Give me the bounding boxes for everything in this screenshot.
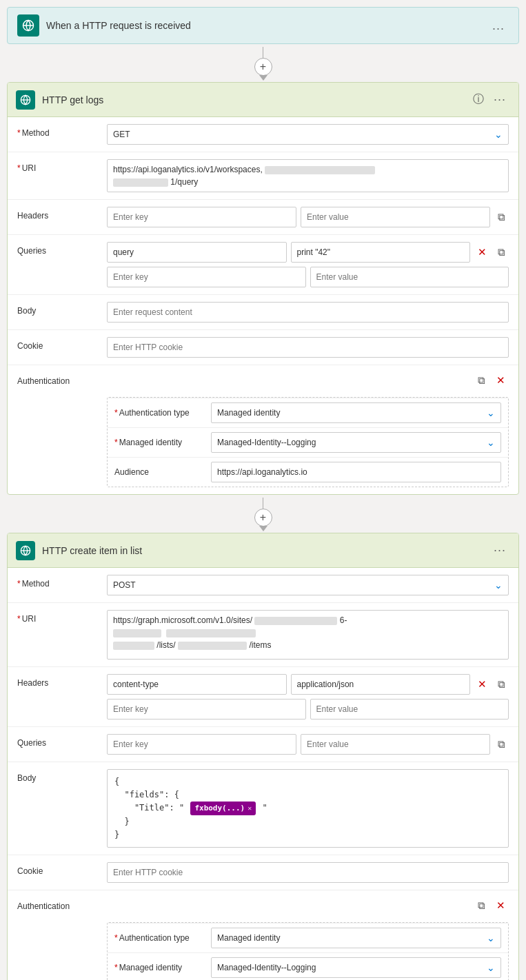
auth-copy-button-2[interactable]: ⧉ <box>474 897 489 914</box>
body-row-1: Body <box>8 295 518 330</box>
method-label-2: *Method <box>17 575 107 589</box>
headers-value1-input-2[interactable] <box>291 674 471 695</box>
query-key2-input-1[interactable] <box>107 267 306 287</box>
method-label-1: *Method <box>17 124 107 138</box>
uri-text-2d: /items <box>249 640 271 650</box>
action-ellipsis-button-2[interactable]: ··· <box>489 540 510 560</box>
action-icon-1 <box>16 90 35 110</box>
chevron-down-icon: ⌄ <box>494 129 503 140</box>
fx-close-button[interactable]: ✕ <box>247 803 252 814</box>
uri-redacted-2 <box>113 178 168 187</box>
queries-label-2: Queries <box>17 734 107 748</box>
uri-field-content-2: https://graph.microsoft.com/v1.0/sites/ … <box>107 610 509 660</box>
add-step-button-1[interactable]: + <box>254 58 272 76</box>
trigger-ellipsis-button[interactable]: ... <box>488 16 509 36</box>
auth-type-value-2: Managed identity <box>217 933 280 943</box>
query-value2-input-1[interactable] <box>310 267 509 287</box>
uri-redacted-6 <box>113 642 154 650</box>
audience-field-1 <box>211 462 501 482</box>
managed-identity-row-1: *Managed identity Managed-Identity--Logg… <box>108 427 508 457</box>
uri-row-1: *URI https://api.loganalytics.io/v1/work… <box>8 152 518 200</box>
body-line4: } <box>114 815 501 828</box>
trigger-icon <box>17 14 39 37</box>
auth-label-2: Authentication <box>17 897 107 911</box>
cookie-field-content-2 <box>107 862 509 883</box>
uri-label-1: *URI <box>17 159 107 173</box>
managed-identity-chevron-1: ⌄ <box>487 437 495 448</box>
cookie-input-1[interactable] <box>107 337 509 358</box>
auth-row-2: Authentication ⧉ ✕ *Authentication type <box>8 890 518 980</box>
managed-identity-select-1[interactable]: Managed-Identity--Logging ⌄ <box>211 432 501 453</box>
uri-text-2a: https://graph.microsoft.com/v1.0/sites/ <box>113 615 252 625</box>
headers-copy-button-1[interactable]: ⧉ <box>494 209 509 225</box>
cookie-input-2[interactable] <box>107 862 509 883</box>
cookie-row-2: Cookie <box>8 855 518 890</box>
managed-identity-value-2: Managed-Identity--Logging <box>217 963 316 972</box>
managed-identity-value-1: Managed-Identity--Logging <box>217 438 316 447</box>
managed-identity-label-1: *Managed identity <box>114 438 211 447</box>
info-button-1[interactable]: ⓘ <box>473 92 484 107</box>
method-chevron-2: ⌄ <box>494 580 503 591</box>
action-ellipsis-button-1[interactable]: ··· <box>489 90 510 110</box>
body-line5: } <box>114 828 501 841</box>
method-select-2[interactable]: POST ⌄ <box>107 575 509 595</box>
trigger-title: When a HTTP request is received <box>46 20 488 31</box>
uri-text-1: https://api.loganalytics.io/v1/workspace… <box>113 165 263 174</box>
query-value-input-1[interactable] <box>291 242 471 263</box>
query-delete-button-1[interactable]: ✕ <box>474 244 490 261</box>
queries-row-2: Queries ⧉ <box>8 727 518 762</box>
query-copy-button-1[interactable]: ⧉ <box>494 244 509 261</box>
queries-copy-button-2[interactable]: ⧉ <box>494 736 509 753</box>
connector-line-2 <box>263 498 263 509</box>
headers-key1-input-2[interactable] <box>107 674 287 695</box>
cookie-label-1: Cookie <box>17 337 107 351</box>
managed-identity-row-2: *Managed identity Managed-Identity--Logg… <box>108 952 508 980</box>
uri-input-1[interactable]: https://api.loganalytics.io/v1/workspace… <box>107 159 509 192</box>
managed-identity-field-2: Managed-Identity--Logging ⌄ <box>211 957 501 978</box>
auth-delete-button-1[interactable]: ✕ <box>493 372 509 389</box>
auth-delete-button-2[interactable]: ✕ <box>493 897 509 914</box>
body-input-1[interactable] <box>107 302 509 323</box>
body-input-2[interactable]: { "fields": { "Title": " fx body(...) ✕ … <box>107 769 509 848</box>
auth-type-label-1: *Authentication type <box>114 408 211 418</box>
uri-row-2: *URI https://graph.microsoft.com/v1.0/si… <box>8 603 518 667</box>
queries-label-1: Queries <box>17 242 107 256</box>
action-icon-2 <box>16 541 35 560</box>
fx-label: body(...) <box>204 802 245 815</box>
headers-key2-input-2[interactable] <box>107 699 306 719</box>
headers-inputs-2a: ✕ ⧉ <box>107 674 509 695</box>
headers-key-input-1[interactable] <box>107 207 296 227</box>
queries-value-input-2[interactable] <box>301 734 490 755</box>
managed-identity-select-2[interactable]: Managed-Identity--Logging ⌄ <box>211 957 501 978</box>
queries-inputs-2: ⧉ <box>107 734 509 755</box>
method-row-2: *Method POST ⌄ <box>8 568 518 603</box>
queries-field-content-2: ⧉ <box>107 734 509 755</box>
query-key-input-1[interactable] <box>107 242 287 263</box>
query-row-1a: ✕ ⧉ <box>107 242 509 263</box>
managed-identity-field-1: Managed-Identity--Logging ⌄ <box>211 432 501 453</box>
audience-row-1: Audience <box>108 457 508 487</box>
headers-copy-button-2[interactable]: ⧉ <box>494 676 509 693</box>
headers-delete-button-2[interactable]: ✕ <box>474 676 490 693</box>
queries-key-input-2[interactable] <box>107 734 296 755</box>
headers-value-input-1[interactable] <box>301 207 490 227</box>
cookie-row-1: Cookie <box>8 330 518 365</box>
managed-identity-label-2: *Managed identity <box>114 963 211 972</box>
queries-row-1: Queries ✕ ⧉ <box>8 235 518 295</box>
uri-input-2[interactable]: https://graph.microsoft.com/v1.0/sites/ … <box>107 610 509 660</box>
action-header-2: HTTP create item in list ··· <box>8 533 518 568</box>
headers-value2-input-2[interactable] <box>310 699 509 719</box>
method-select-1[interactable]: GET ⌄ <box>107 124 509 145</box>
trigger-card: When a HTTP request is received ... <box>7 7 519 44</box>
headers-row-2: Headers ✕ ⧉ <box>8 667 518 727</box>
audience-label-1: Audience <box>114 467 211 477</box>
audience-input-1[interactable] <box>211 462 501 482</box>
auth-type-select-1[interactable]: Managed identity ⌄ <box>211 402 501 423</box>
fx-tag[interactable]: fx body(...) ✕ <box>190 802 256 815</box>
action-card-2: HTTP create item in list ··· *Method POS… <box>7 533 519 980</box>
add-step-button-2[interactable]: + <box>254 509 272 527</box>
connector-arrow <box>259 75 267 81</box>
auth-copy-button-1[interactable]: ⧉ <box>474 372 489 389</box>
auth-type-select-2[interactable]: Managed identity ⌄ <box>211 928 501 948</box>
auth-type-row-2: *Authentication type Managed identity ⌄ <box>108 923 508 952</box>
